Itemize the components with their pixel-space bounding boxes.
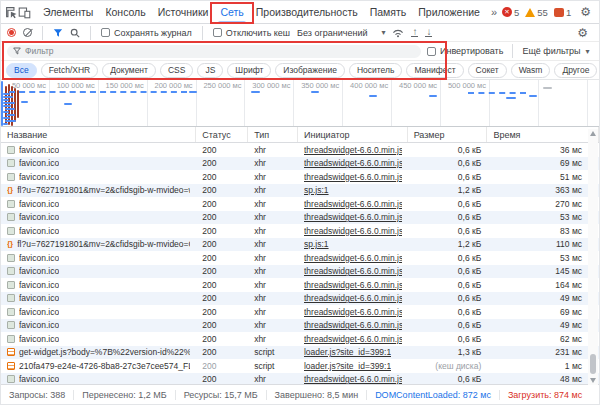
export-har-icon[interactable]: ↓ <box>425 28 432 38</box>
tab-elements[interactable]: Элементы <box>37 1 99 23</box>
filter-funnel-icon[interactable] <box>53 28 63 38</box>
table-row[interactable]: favicon.ico200xhrthreadswidget-6.6.0.min… <box>1 319 599 333</box>
table-row[interactable]: favicon.ico200xhrthreadswidget-6.6.0.min… <box>1 157 599 171</box>
chip-другое[interactable]: Другое <box>554 63 597 78</box>
request-size: 0,6 кБ <box>408 224 488 238</box>
initiator-link[interactable]: threadswidget-6.6.0.min.js:699 <box>304 212 402 222</box>
chip-все[interactable]: Все <box>6 63 37 78</box>
scroll-up-icon[interactable] <box>590 131 596 136</box>
status-bar-item: Ресурсы: 15,7 МБ <box>176 390 267 400</box>
table-row[interactable]: favicon.ico200xhrthreadswidget-6.6.0.min… <box>1 197 599 211</box>
chip-манифест[interactable]: Манифест <box>406 63 463 78</box>
initiator-link[interactable]: sp.js:1 <box>304 239 329 249</box>
column-header-type[interactable]: Тип <box>248 127 298 142</box>
more-filters-dropdown[interactable]: Ещё фильтры ▾ <box>522 46 589 56</box>
timeline-dashed-line <box>9 91 187 93</box>
table-row[interactable]: favicon.ico200xhrthreadswidget-6.6.0.min… <box>1 224 599 238</box>
warnings-badge[interactable]: 55 <box>525 7 548 18</box>
chip-сокет[interactable]: Сокет <box>468 63 507 78</box>
chip-шрифт[interactable]: Шрифт <box>227 63 271 78</box>
timeline-overview[interactable]: 50 000 мс100 000 мс150 000 мс200 000 мс2… <box>1 80 599 127</box>
initiator-link[interactable]: loader.js?site_id=399:1 <box>304 347 391 357</box>
table-row[interactable]: favicon.ico200xhrthreadswidget-6.6.0.min… <box>1 292 599 306</box>
column-header-time[interactable]: Время <box>487 127 599 142</box>
filter-input[interactable] <box>25 46 415 56</box>
table-row[interactable]: favicon.ico200xhrthreadswidget-6.6.0.min… <box>1 265 599 279</box>
status-bar-item: DOMContentLoaded: 872 мс <box>367 390 500 400</box>
divider <box>512 44 513 58</box>
chip-документ[interactable]: Документ <box>102 63 156 78</box>
initiator-link[interactable]: threadswidget-6.6.0.min.js:699 <box>304 158 402 168</box>
import-har-icon[interactable]: ↑ <box>411 28 418 38</box>
device-toolbar-icon[interactable] <box>18 2 31 22</box>
scrollbar-thumb[interactable] <box>590 354 596 374</box>
table-row[interactable]: {}fl?u=7627191801&mv=2&cfidsgib-w-mvideo… <box>1 184 599 198</box>
initiator-link[interactable]: threadswidget-6.6.0.min.js:699 <box>304 253 402 263</box>
initiator-link[interactable]: threadswidget-6.6.0.min.js:699 <box>304 280 402 290</box>
scroll-down-icon[interactable] <box>590 378 596 383</box>
chip-wasm[interactable]: Wasm <box>511 63 551 78</box>
request-size: 0,6 кБ <box>408 278 488 292</box>
chip-изображение[interactable]: Изображение <box>275 63 345 78</box>
table-row[interactable]: favicon.ico200xhrthreadswidget-6.6.0.min… <box>1 251 599 265</box>
initiator-link[interactable]: threadswidget-6.6.0.min.js:699 <box>304 226 402 236</box>
chip-js[interactable]: JS <box>197 63 223 78</box>
request-name: favicon.ico <box>19 334 59 344</box>
initiator-link[interactable]: threadswidget-6.6.0.min.js:699 <box>304 266 402 276</box>
request-time: 363 мс <box>487 184 599 198</box>
initiator-link[interactable]: loader.js?site_id=399:1 <box>304 361 391 371</box>
chip-css[interactable]: CSS <box>160 63 193 78</box>
initiator-link[interactable]: threadswidget-6.6.0.min.js:699 <box>304 320 402 330</box>
tab-network[interactable]: Сеть <box>214 1 249 23</box>
tab-memory[interactable]: Память <box>364 1 413 23</box>
table-row[interactable]: 210fa479-e24e-4726-8ba8-27c3e7cee574_FL_… <box>1 359 599 373</box>
preserve-log-checkbox[interactable]: Сохранять журнал <box>101 28 192 38</box>
network-conditions-icon[interactable] <box>392 28 404 38</box>
initiator-link[interactable]: threadswidget-6.6.0.min.js:699 <box>304 334 402 344</box>
table-row[interactable]: favicon.ico200xhrthreadswidget-6.6.0.min… <box>1 332 599 346</box>
column-header-size[interactable]: Размер <box>408 127 488 142</box>
table-row[interactable]: favicon.ico200xhrthreadswidget-6.6.0.min… <box>1 211 599 225</box>
table-row[interactable]: favicon.ico200xhrthreadswidget-6.6.0.min… <box>1 278 599 292</box>
chip-fetch-xhr[interactable]: Fetch/XHR <box>41 63 99 78</box>
throttling-dropdown[interactable]: Без ограничений ▾ <box>297 28 385 38</box>
column-header-name[interactable]: Название <box>1 127 196 142</box>
tab-sources[interactable]: Источники <box>152 1 215 23</box>
column-header-status[interactable]: Статус <box>196 127 248 142</box>
initiator-link[interactable]: threadswidget-6.6.0.min.js:699 <box>304 293 402 303</box>
table-row[interactable]: favicon.ico200xhrthreadswidget-6.6.0.min… <box>1 305 599 319</box>
request-type: xhr <box>248 292 298 306</box>
table-row[interactable]: get-widget.js?body=%7B%22version-id%22%3… <box>1 346 599 360</box>
table-row[interactable]: favicon.ico200xhrthreadswidget-6.6.0.min… <box>1 143 599 157</box>
search-icon[interactable] <box>70 28 80 38</box>
timeline-activity-mark <box>3 117 10 119</box>
timeline-activity-mark <box>5 120 16 122</box>
more-tabs-icon[interactable]: » <box>486 6 502 18</box>
initiator-link[interactable]: threadswidget-6.6.0.min.js:699 <box>304 145 402 155</box>
errors-badge[interactable]: ✕5 <box>502 7 519 18</box>
tab-performance[interactable]: Производительность <box>250 1 364 23</box>
initiator-link[interactable]: threadswidget-6.6.0.min.js:699 <box>304 374 402 384</box>
request-status: 200 <box>196 346 248 360</box>
initiator-link[interactable]: threadswidget-6.6.0.min.js:699 <box>304 199 402 209</box>
table-row[interactable]: favicon.ico200xhrthreadswidget-6.6.0.min… <box>1 170 599 184</box>
tab-console[interactable]: Консоль <box>99 1 151 23</box>
column-header-init[interactable]: Инициатор <box>298 127 408 142</box>
initiator-link[interactable]: sp.js:1 <box>304 185 329 195</box>
kebab-menu-icon[interactable]: ⋮ <box>596 5 600 19</box>
invert-filter-checkbox[interactable]: Инвертировать <box>427 46 503 56</box>
chip-носитель[interactable]: Носитель <box>349 63 403 78</box>
inspect-element-icon[interactable] <box>5 2 18 22</box>
settings-gear-icon[interactable]: ⚙ <box>575 5 596 19</box>
table-row[interactable]: {}fl?u=7627191801&mv=2&cfidsgib-w-mvideo… <box>1 238 599 252</box>
request-name: favicon.ico <box>19 212 59 222</box>
issues-badge[interactable]: 1 <box>554 7 571 18</box>
tab-application[interactable]: Приложение <box>412 1 486 23</box>
initiator-link[interactable]: threadswidget-6.6.0.min.js:699 <box>304 307 402 317</box>
network-settings-gear-icon[interactable]: ⚙ <box>572 26 593 40</box>
initiator-link[interactable]: threadswidget-6.6.0.min.js:699 <box>304 172 402 182</box>
disable-cache-checkbox[interactable]: Отключить кеш <box>213 28 290 38</box>
clear-network-log-icon[interactable] <box>23 28 32 37</box>
record-network-log-icon[interactable] <box>7 28 16 37</box>
vertical-scrollbar[interactable] <box>588 129 598 385</box>
